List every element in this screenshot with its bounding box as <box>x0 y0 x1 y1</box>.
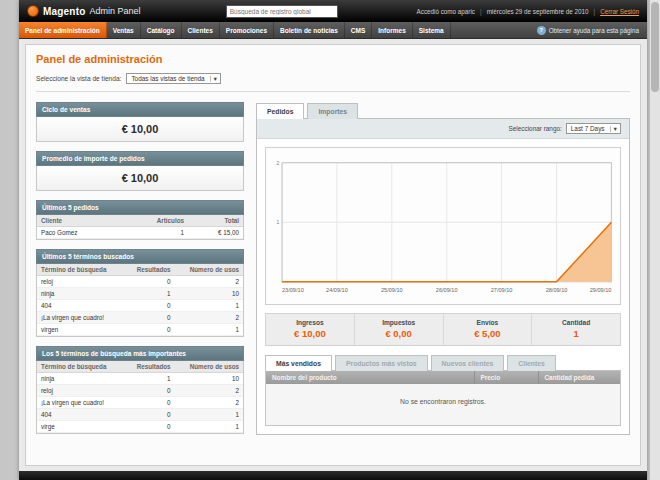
average-order-card: Promedio de importe de pedidos € 10,00 <box>36 151 244 191</box>
column-header: Artículos <box>121 215 188 227</box>
header-meta: Accedió como aparic | miércoles 29 de se… <box>417 8 639 15</box>
svg-text:29/09/10: 29/09/10 <box>590 287 612 293</box>
column-header: Resultados <box>125 361 175 373</box>
brand: Magento Admin Panel <box>27 5 147 17</box>
table-row[interactable]: Paco Gomez 1 € 15,00 <box>37 227 243 239</box>
range-value: Last 7 Days <box>571 125 605 132</box>
footer-bar <box>19 471 647 480</box>
lifetime-sales-value: € 10,00 <box>37 117 243 141</box>
stat-cantidad: Cantidad 1 <box>531 314 620 345</box>
nav-item-ventas[interactable]: Ventas <box>107 22 141 38</box>
table-row[interactable]: ninja 1 10 <box>37 288 243 300</box>
nav-item-dashboard[interactable]: Panel de administración <box>19 22 107 38</box>
brand-name: Magento <box>43 6 86 17</box>
help-label: Obtener ayuda para esta página <box>549 27 639 34</box>
dashboard-content: Panel de administración Seleccione la vi… <box>25 44 641 466</box>
top-header: Magento Admin Panel Accedió como aparic … <box>19 0 647 22</box>
tab-nuevos-clientes[interactable]: Nuevos clientes <box>431 355 505 371</box>
table-row[interactable]: reloj 0 2 <box>37 276 243 288</box>
column-header: Número de usos <box>175 361 243 373</box>
right-column: Pedidos Importes Seleccionar rango: Last… <box>256 102 630 443</box>
tab-mas-vendidos[interactable]: Más vendidos <box>265 355 332 371</box>
stat-ingresos: Ingresos € 10,00 <box>266 314 354 345</box>
card-title: Promedio de importe de pedidos <box>36 151 244 166</box>
magento-logo-icon <box>27 5 39 17</box>
tab-pedidos[interactable]: Pedidos <box>256 103 304 119</box>
column-header: Precio <box>474 371 538 384</box>
nav-item-sistema[interactable]: Sistema <box>413 22 451 38</box>
nav-item-informes[interactable]: Informes <box>372 22 412 38</box>
scrollbar[interactable] <box>649 0 660 480</box>
range-select[interactable]: Last 7 Days ▼ <box>566 123 621 134</box>
logged-in-text: Accedió como aparic <box>417 8 475 15</box>
last-orders-card: Últimos 5 pedidos Cliente Artículos Tota… <box>36 200 244 240</box>
table-row[interactable]: virgen 0 1 <box>37 324 243 336</box>
svg-text:25/09/10: 25/09/10 <box>381 287 403 293</box>
table-row[interactable]: ¡La virgen que cuadro! 0 2 <box>37 397 243 409</box>
column-header: Término de búsqueda <box>37 361 125 373</box>
stat-envios: Envíos € 5,00 <box>443 314 532 345</box>
table-row[interactable]: 404 0 1 <box>37 409 243 421</box>
totals-bar: Ingresos € 10,00 Impuestos € 0,00 Envíos… <box>265 313 621 346</box>
content-outer: Panel de administración Seleccione la vi… <box>19 39 647 471</box>
nav-item-clientes[interactable]: Clientes <box>182 22 220 38</box>
last-orders-table: Cliente Artículos Total Paco Gomez 1 <box>37 215 243 239</box>
browser-viewport: Magento Admin Panel Accedió como aparic … <box>0 0 660 480</box>
last-search-terms-table: Término de búsqueda Resultados Número de… <box>37 264 243 336</box>
empty-row: No se encontraron registros. <box>266 384 620 425</box>
table-row[interactable]: ninja 1 10 <box>37 373 243 385</box>
column-header: Cliente <box>37 215 121 227</box>
table-row[interactable]: 404 0 1 <box>37 300 243 312</box>
range-strip: Seleccionar rango: Last 7 Days ▼ <box>257 119 629 139</box>
svg-text:24/09/10: 24/09/10 <box>326 287 348 293</box>
svg-text:26/09/10: 26/09/10 <box>436 287 458 293</box>
svg-text:28/09/10: 28/09/10 <box>546 287 568 293</box>
column-header: Total <box>188 215 243 227</box>
lifetime-sales-card: Ciclo de ventas € 10,00 <box>36 102 244 142</box>
help-icon: ? <box>537 26 546 35</box>
logout-link[interactable]: Cerrar Sesión <box>600 8 639 15</box>
average-order-value: € 10,00 <box>37 166 243 190</box>
table-row[interactable]: ¡La virgen que cuadro! 0 2 <box>37 312 243 324</box>
svg-text:23/09/10: 23/09/10 <box>282 287 304 293</box>
table-row[interactable]: virge 0 1 <box>37 421 243 433</box>
tab-importes[interactable]: Importes <box>307 103 358 119</box>
products-grid: Nombre del producto Precio Cantidad pedi… <box>265 371 621 426</box>
tab-clientes[interactable]: Clientes <box>507 355 555 371</box>
card-title: Últimos 5 términos buscados <box>36 249 244 264</box>
column-header: Número de usos <box>175 264 243 276</box>
card-title: Los 5 términos de búsqueda más important… <box>36 346 244 361</box>
chevron-down-icon: ▼ <box>210 76 218 82</box>
table-row[interactable]: reloj 0 2 <box>37 385 243 397</box>
svg-text:2: 2 <box>276 160 279 166</box>
orders-panel: Seleccionar rango: Last 7 Days ▼ 1223/09… <box>256 119 630 435</box>
stat-impuestos: Impuestos € 0,00 <box>354 314 443 345</box>
orders-chart: 1223/09/1024/09/1025/09/1026/09/1027/09/… <box>269 151 617 301</box>
last-search-terms-card: Últimos 5 términos buscados Término de b… <box>36 249 244 337</box>
column-header: Resultados <box>125 264 175 276</box>
orders-chart-box: 1223/09/1024/09/1025/09/1026/09/1027/09/… <box>265 147 621 305</box>
nav-item-promociones[interactable]: Promociones <box>220 22 274 38</box>
store-view-value: Todas las vistas de tienda <box>131 75 204 82</box>
column-header: Cantidad pedida <box>538 371 620 384</box>
nav-item-cms[interactable]: CMS <box>345 22 372 38</box>
chevron-down-icon: ▼ <box>610 126 618 132</box>
tab-productos-mas-vistos[interactable]: Productos más vistos <box>335 355 428 371</box>
top-search-terms-card: Los 5 términos de búsqueda más important… <box>36 346 244 434</box>
date-text: miércoles 29 de septiembre de 2010 <box>487 8 589 15</box>
svg-text:27/09/10: 27/09/10 <box>491 287 513 293</box>
page-help-link[interactable]: ? Obtener ayuda para esta página <box>529 22 647 38</box>
store-view-select[interactable]: Todas las vistas de tienda ▼ <box>126 73 221 84</box>
nav-item-boletin[interactable]: Boletín de noticias <box>274 22 345 38</box>
svg-text:1: 1 <box>276 219 279 225</box>
scrollbar-thumb[interactable] <box>651 2 659 92</box>
left-column: Ciclo de ventas € 10,00 Promedio de impo… <box>36 102 244 443</box>
nav-item-catalogo[interactable]: Catálogo <box>141 22 182 38</box>
column-header: Término de búsqueda <box>37 264 125 276</box>
top-search-terms-table: Término de búsqueda Resultados Número de… <box>37 361 243 433</box>
global-search-wrap <box>147 5 417 18</box>
store-view-row: Seleccione la vista de tienda: Todas las… <box>36 73 630 92</box>
meta-separator: | <box>480 8 482 15</box>
global-search-input[interactable] <box>226 5 338 18</box>
meta-separator: | <box>594 8 596 15</box>
